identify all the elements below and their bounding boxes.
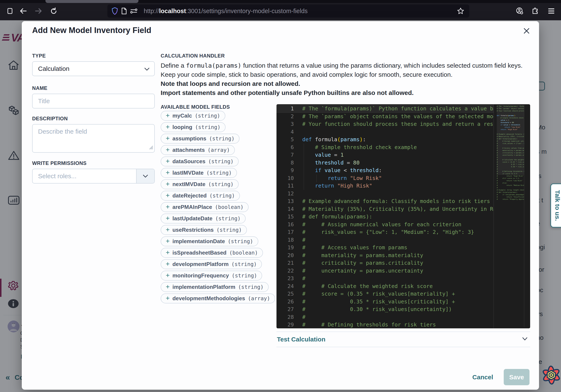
add-field-plus-icon: +	[166, 261, 170, 267]
save-button[interactable]: Save	[504, 369, 529, 385]
sidebar-toggle-icon[interactable]	[5, 6, 15, 16]
code-line: 10 return "Low Risk"	[277, 174, 494, 182]
field-chip[interactable]: +lastUpdateDate(string)	[161, 214, 246, 223]
code-line: 19# # Access values from params	[277, 244, 494, 252]
code-line: 16# # Assign numerical values for each c…	[277, 221, 494, 229]
field-chip-name: myCalc	[173, 112, 192, 119]
handler-help-line: Define a formula(params) function that r…	[161, 62, 523, 69]
code-editor[interactable]: 1# The `formula(params)` Python function…	[277, 104, 530, 328]
field-chip[interactable]: +dataSources(string)	[161, 156, 239, 166]
field-chip[interactable]: +dateRejected(string)	[161, 191, 240, 201]
modal-footer: Cancel Save	[470, 369, 529, 385]
test-calculation-accordion[interactable]: Test Calculation	[277, 332, 530, 347]
add-field-plus-icon: +	[166, 272, 170, 279]
field-chip-name: nextIMVDate	[173, 181, 205, 187]
field-chip-type: (string)	[231, 261, 257, 267]
field-chip-type: (array)	[248, 295, 270, 302]
code-line: 8 threshold = 80	[277, 159, 494, 167]
field-chip-name: assumptions	[173, 135, 206, 142]
code-line: 5def formula(params):	[277, 136, 494, 143]
atom-flower-icon[interactable]	[541, 365, 561, 386]
permissions-toggle-icon[interactable]	[130, 8, 137, 14]
calculation-handler-label: CALCULATION HANDLER	[161, 53, 225, 59]
add-field-plus-icon: +	[166, 215, 170, 222]
back-button[interactable]	[19, 6, 28, 16]
code-line: 11 return "High Risk"	[277, 182, 494, 190]
indent-guide	[304, 143, 304, 190]
tab-strip	[0, 0, 561, 3]
roles-dropdown-toggle[interactable]	[136, 169, 154, 183]
extensions-icon[interactable]	[530, 6, 540, 16]
add-field-plus-icon: +	[166, 158, 170, 164]
field-chip[interactable]: +arePMAInPlace(boolean)	[161, 202, 248, 212]
field-chip-name: developmentMethodologies	[173, 295, 245, 302]
close-icon[interactable]	[521, 25, 532, 37]
code-line: 25# score = (0.35 * risk_values[material…	[277, 290, 494, 298]
talk-to-us-tab[interactable]: Talk to us.	[550, 184, 561, 228]
page-info-icon[interactable]	[121, 8, 127, 14]
type-select[interactable]: Calculation	[32, 61, 155, 76]
menu-icon[interactable]	[547, 6, 556, 16]
code-line: 23#	[277, 275, 494, 283]
code-line: 27# 0.30 * risk_values[uncertainty])	[277, 305, 494, 313]
add-field-plus-icon: +	[166, 112, 170, 119]
field-chip-type: (string)	[238, 284, 263, 290]
add-field-plus-icon: +	[166, 181, 170, 187]
description-textarea[interactable]: Describe the field	[32, 124, 155, 153]
field-chip-type: (string)	[208, 158, 234, 164]
field-chip-name: useRestrictions	[173, 227, 214, 233]
field-chip-name: lastIMVDate	[173, 170, 204, 176]
field-chip[interactable]: +developmentPlatform(string)	[161, 259, 262, 269]
code-line: 3# Your function should process these in…	[277, 120, 494, 128]
field-chip[interactable]: +assumptions(string)	[161, 134, 239, 143]
handler-help-line: Keep your code simple, stick to basic op…	[161, 71, 453, 78]
write-permissions-select[interactable]: Select roles...	[32, 169, 155, 184]
code-area[interactable]: 1# The `formula(params)` Python function…	[277, 105, 494, 328]
name-input[interactable]: Title	[32, 94, 155, 109]
forward-button[interactable]	[34, 6, 43, 16]
add-field-plus-icon: +	[166, 169, 170, 176]
code-line: 9 if value < threshold:	[277, 167, 494, 174]
field-chip-type: (string)	[209, 193, 235, 199]
field-chip[interactable]: +implementationDate(string)	[161, 236, 258, 246]
url-bar[interactable]: http://localhost:3001/settings/inventory…	[107, 4, 469, 18]
code-line: 20# materiality = params.materiality	[277, 252, 494, 260]
add-field-plus-icon: +	[166, 283, 170, 290]
field-chip[interactable]: +implementationPlatform(string)	[161, 282, 269, 292]
field-chip[interactable]: +looping(string)	[161, 122, 226, 132]
minimap-viewport[interactable]	[497, 105, 524, 175]
editor-minimap[interactable]: # The `formula(params)` Python function …	[497, 105, 524, 327]
field-chip[interactable]: +attachments(array)	[161, 145, 235, 155]
field-chip[interactable]: +lastIMVDate(string)	[161, 168, 237, 178]
code-line: 13# Example advanced formula: Classify m…	[277, 197, 494, 205]
field-chip-name: dateRejected	[173, 192, 207, 199]
account-icon[interactable]	[515, 6, 524, 16]
code-line: 26# 0.35 * risk_values[criticality] +	[277, 298, 494, 306]
available-fields-label: AVAILABLE MODEL FIELDS	[161, 104, 230, 110]
field-chip-type: (string)	[195, 113, 220, 119]
add-field-plus-icon: +	[166, 203, 170, 210]
add-field-plus-icon: +	[166, 192, 170, 199]
bookmark-star-icon[interactable]	[457, 7, 464, 15]
active-tab[interactable]	[45, 0, 139, 3]
field-chip[interactable]: +monitoringFrequency(string)	[161, 271, 262, 281]
reload-button[interactable]	[49, 6, 58, 16]
add-field-plus-icon: +	[166, 226, 170, 233]
field-chip[interactable]: +nextIMVDate(string)	[161, 179, 239, 189]
field-chip-name: lastUpdateDate	[173, 215, 212, 222]
field-chip[interactable]: +useRestrictions(string)	[161, 225, 247, 235]
field-chip[interactable]: +developmentMethodologies(array)	[161, 294, 275, 303]
field-chip-type: (string)	[228, 238, 253, 244]
resize-handle-icon[interactable]	[149, 144, 153, 151]
field-chip-name: developmentPlatform	[173, 261, 229, 267]
field-chip[interactable]: +isSpreadsheetBased(boolean)	[161, 248, 263, 258]
code-line: 14# Materiality (35%), Criticality (35%)…	[277, 205, 494, 213]
cancel-button[interactable]: Cancel	[470, 374, 495, 381]
field-chip[interactable]: +myCalc(string)	[161, 111, 225, 121]
field-chip-type: (string)	[206, 170, 232, 176]
field-chip-type: (boolean)	[229, 250, 258, 256]
url-text[interactable]: http://localhost:3001/settings/inventory…	[144, 8, 457, 15]
shield-icon[interactable]	[112, 7, 118, 15]
field-chip-name: attachments	[173, 147, 205, 153]
code-line: 6 # Simple threshold check example	[277, 143, 494, 151]
